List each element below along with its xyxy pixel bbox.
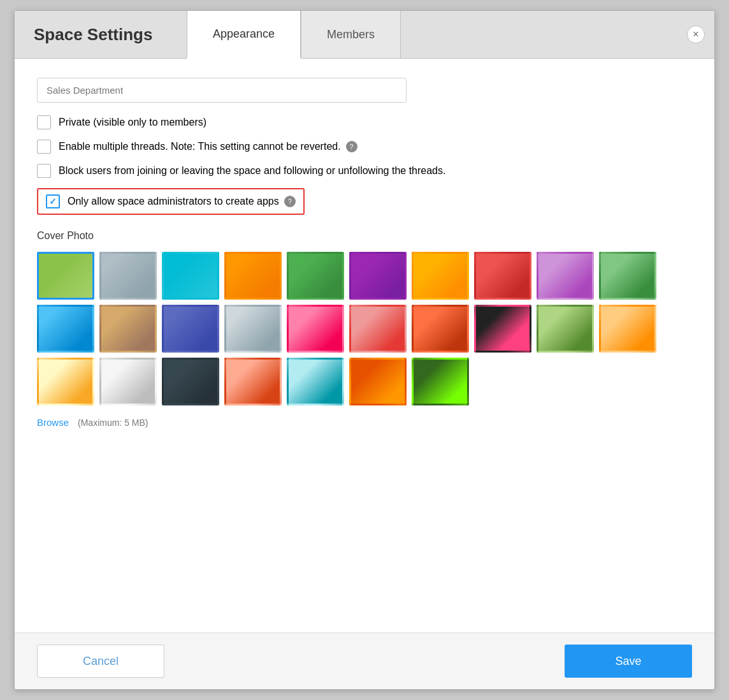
photo-item-17[interactable] xyxy=(412,305,469,353)
help-icon-admin-apps[interactable]: ? xyxy=(284,196,296,207)
browse-link[interactable]: Browse xyxy=(37,417,69,428)
photo-item-27[interactable] xyxy=(412,358,469,405)
checkbox-block[interactable] xyxy=(37,164,51,178)
checkbox-row-block: Block users from joining or leaving the … xyxy=(37,164,692,178)
cover-photo-label: Cover Photo xyxy=(37,230,692,242)
help-icon-threads[interactable]: ? xyxy=(346,141,357,152)
tab-bar: Appearance Members xyxy=(187,11,714,58)
checkbox-threads-label: Enable multiple threads. Note: This sett… xyxy=(59,141,341,152)
dialog: Space Settings Appearance Members × Priv… xyxy=(14,10,715,690)
photo-item-21[interactable] xyxy=(37,358,94,405)
checkbox-row-private: Private (visible only to members) xyxy=(37,115,692,129)
photo-item-15[interactable] xyxy=(287,305,344,353)
tab-members[interactable]: Members xyxy=(301,11,401,58)
photo-item-13[interactable] xyxy=(162,305,219,353)
photo-item-25[interactable] xyxy=(287,358,344,405)
browse-row: Browse (Maximum: 5 MB) xyxy=(37,417,692,428)
photo-item-26[interactable] xyxy=(349,358,407,405)
checkbox-admin-apps[interactable] xyxy=(46,194,60,208)
checkbox-row-threads: Enable multiple threads. Note: This sett… xyxy=(37,140,692,154)
photo-item-9[interactable] xyxy=(537,252,594,300)
photo-item-12[interactable] xyxy=(99,305,157,353)
photo-item-20[interactable] xyxy=(599,305,656,353)
photo-item-24[interactable] xyxy=(224,358,282,405)
checkbox-private-label: Private (visible only to members) xyxy=(59,117,206,128)
checkbox-threads[interactable] xyxy=(37,140,51,154)
tab-appearance[interactable]: Appearance xyxy=(187,11,301,59)
photo-item-16[interactable] xyxy=(349,305,407,353)
checkbox-private[interactable] xyxy=(37,115,51,129)
photo-item-1[interactable] xyxy=(37,252,94,300)
dialog-header: Space Settings Appearance Members × xyxy=(15,11,714,59)
cancel-button[interactable]: Cancel xyxy=(37,645,164,678)
max-size-note: (Maximum: 5 MB) xyxy=(78,418,148,428)
photo-item-8[interactable] xyxy=(474,252,531,300)
dialog-title: Space Settings xyxy=(15,11,187,58)
photo-item-10[interactable] xyxy=(599,252,656,300)
photo-item-3[interactable] xyxy=(162,252,219,300)
photo-item-4[interactable] xyxy=(224,252,282,300)
photo-item-18[interactable] xyxy=(474,305,531,353)
checkbox-admin-apps-label: Only allow space administrators to creat… xyxy=(68,196,279,207)
dialog-footer: Cancel Save xyxy=(15,632,714,689)
photo-item-2[interactable] xyxy=(99,252,157,300)
save-button[interactable]: Save xyxy=(565,645,692,678)
dialog-content: Private (visible only to members) Enable… xyxy=(15,59,714,632)
photo-item-22[interactable] xyxy=(99,358,157,405)
space-name-input[interactable] xyxy=(37,78,407,103)
checkbox-block-label: Block users from joining or leaving the … xyxy=(59,165,445,177)
photo-grid xyxy=(37,252,692,405)
photo-item-23[interactable] xyxy=(162,358,219,405)
checkboxes-container: Private (visible only to members) Enable… xyxy=(37,115,692,225)
photo-item-5[interactable] xyxy=(287,252,344,300)
photo-item-11[interactable] xyxy=(37,305,94,353)
close-button[interactable]: × xyxy=(687,26,705,43)
photo-item-14[interactable] xyxy=(224,305,282,353)
photo-item-19[interactable] xyxy=(537,305,594,353)
photo-item-6[interactable] xyxy=(349,252,407,300)
photo-item-7[interactable] xyxy=(412,252,469,300)
